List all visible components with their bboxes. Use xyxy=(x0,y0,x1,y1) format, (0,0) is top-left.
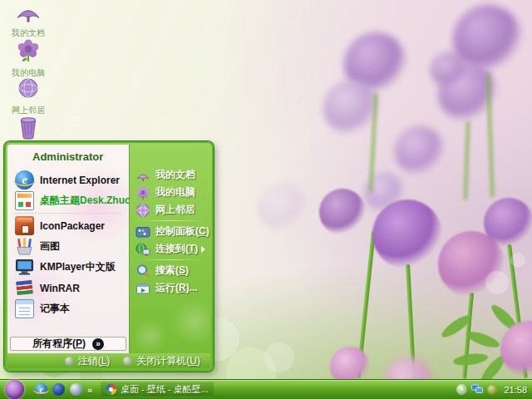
start-button[interactable] xyxy=(5,380,24,399)
menu-separator xyxy=(135,259,204,260)
my-documents-icon xyxy=(16,12,41,26)
quicklaunch-overflow-chevron[interactable]: » xyxy=(87,385,92,395)
desktop-icon-label: 我的文档 xyxy=(5,27,52,39)
start-menu: Administrator Internet Explorer 桌酷主题Desk… xyxy=(4,141,214,372)
log-off-label: 注销(L) xyxy=(78,354,111,368)
startmenu-item-run[interactable]: 运行(R)... xyxy=(130,279,210,297)
my-computer-icon xyxy=(135,185,150,200)
log-off-button[interactable]: 注销(L) xyxy=(65,354,111,368)
kmplayer-icon xyxy=(15,258,34,277)
zhuoku-pinwheel-icon xyxy=(106,384,116,395)
network-places-icon xyxy=(135,203,150,218)
quicklaunch-media-player-icon[interactable] xyxy=(52,383,65,396)
start-menu-left-column: Administrator Internet Explorer 桌酷主题Desk… xyxy=(7,145,129,353)
all-programs-label: 所有程序(P) xyxy=(32,337,86,351)
start-menu-right-column: 我的文档 我的电脑 网上邻居 控制面板(C) 连接到(T) xyxy=(129,145,210,353)
recycle-bin-icon xyxy=(17,128,39,142)
startmenu-item-internet-explorer[interactable]: Internet Explorer xyxy=(7,170,129,190)
leaf xyxy=(452,352,488,367)
run-icon xyxy=(135,281,150,296)
desktop: 我的文档 我的电脑 网上邻居 回收站 Administrator Interne… xyxy=(0,0,532,399)
connect-to-icon xyxy=(135,242,150,257)
item-label: 网上邻居 xyxy=(155,203,195,217)
item-label: 运行(R)... xyxy=(155,281,198,295)
leaf xyxy=(465,328,501,351)
network-places-icon xyxy=(17,89,40,103)
startmenu-item-notepad[interactable]: 记事本 xyxy=(7,298,129,319)
taskbar-task-button[interactable]: 桌面 - 壁纸 - 桌酷壁... xyxy=(100,382,214,397)
bokeh xyxy=(510,253,525,268)
zhuoku-theme-icon xyxy=(15,191,34,210)
item-label: 连接到(T) xyxy=(155,242,198,256)
item-label: IconPackager xyxy=(40,220,105,232)
flower-stem xyxy=(464,121,470,200)
item-label: 搜索(S) xyxy=(155,264,189,278)
startmenu-item-search[interactable]: 搜索(S) xyxy=(130,262,210,279)
paint-icon xyxy=(15,237,34,256)
search-icon xyxy=(135,264,150,278)
desktop-icon-my-documents[interactable]: 我的文档 xyxy=(5,2,52,39)
item-label: 我的电脑 xyxy=(155,185,195,200)
shut-down-label: 关闭计算机(U) xyxy=(136,354,200,368)
startmenu-item-kmplayer[interactable]: KMPlayer中文版 xyxy=(7,257,129,278)
desktop-icon-my-computer[interactable]: 我的电脑 xyxy=(5,38,52,79)
wallpaper-flower xyxy=(431,52,467,88)
quicklaunch-show-desktop-icon[interactable] xyxy=(70,383,82,396)
hide-tray-icons-button[interactable] xyxy=(456,384,467,395)
menu-separator xyxy=(135,220,204,221)
shut-down-icon xyxy=(123,357,132,366)
item-label: 记事本 xyxy=(40,302,70,316)
taskbar: » 桌面 - 壁纸 - 桌酷壁... 21:58 xyxy=(0,379,532,399)
startmenu-item-connect-to[interactable]: 连接到(T) xyxy=(130,240,210,258)
my-computer-icon xyxy=(16,52,41,66)
bokeh xyxy=(264,342,294,372)
tray-network-icon[interactable] xyxy=(471,382,483,397)
item-label: 控制面板(C) xyxy=(155,224,209,239)
wallpaper-flower xyxy=(395,126,445,176)
item-label: 桌酷主题Desk.ZhuoKu.Com xyxy=(40,194,129,208)
submenu-arrow-icon xyxy=(201,246,205,253)
pinned-separator xyxy=(14,213,122,214)
notepad-icon xyxy=(15,299,34,318)
item-label: WinRAR xyxy=(40,283,80,294)
startmenu-item-paint[interactable]: 画图 xyxy=(7,236,129,257)
task-button-label: 桌面 - 壁纸 - 桌酷壁... xyxy=(121,383,209,396)
iconpackager-icon xyxy=(15,216,34,235)
system-tray: 21:58 xyxy=(456,382,527,397)
item-label: 我的文档 xyxy=(155,168,195,182)
desktop-icon-network-places[interactable]: 网上邻居 xyxy=(5,77,52,116)
startmenu-item-control-panel[interactable]: 控制面板(C) xyxy=(130,223,210,240)
startmenu-item-iconpackager[interactable]: IconPackager xyxy=(7,215,129,236)
item-label: 画图 xyxy=(40,239,60,254)
item-label: Internet Explorer xyxy=(40,175,120,186)
winrar-icon xyxy=(15,278,34,298)
wallpaper-flower xyxy=(500,321,532,377)
bokeh xyxy=(485,271,509,294)
user-name: Administrator xyxy=(7,145,129,170)
startmenu-item-winrar[interactable]: WinRAR xyxy=(7,278,129,298)
taskbar-clock[interactable]: 21:58 xyxy=(504,385,527,395)
quick-launch: » xyxy=(35,383,92,396)
startmenu-item-my-computer[interactable]: 我的电脑 xyxy=(130,184,210,201)
start-menu-footer: 注销(L) 关闭计算机(U) xyxy=(7,353,210,368)
all-programs-arrow-icon: » xyxy=(92,338,104,350)
startmenu-item-my-documents[interactable]: 我的文档 xyxy=(130,166,210,184)
wallpaper-flower xyxy=(319,189,366,235)
wallpaper-flower xyxy=(372,200,442,269)
my-documents-icon xyxy=(135,168,150,183)
all-programs-button[interactable]: 所有程序(P) » xyxy=(10,337,126,351)
wallpaper-flower xyxy=(484,198,532,248)
startmenu-item-zhuoku-theme[interactable]: 桌酷主题Desk.ZhuoKu.Com xyxy=(7,190,129,211)
quicklaunch-internet-explorer-icon[interactable] xyxy=(35,383,47,396)
startmenu-item-network-places[interactable]: 网上邻居 xyxy=(130,201,210,219)
internet-explorer-icon xyxy=(15,170,34,190)
tray-input-method-icon[interactable] xyxy=(487,385,497,395)
shut-down-button[interactable]: 关闭计算机(U) xyxy=(123,354,200,368)
item-label: KMPlayer中文版 xyxy=(40,260,116,274)
log-off-icon xyxy=(65,357,74,366)
wallpaper-flower xyxy=(258,183,308,233)
control-panel-icon xyxy=(135,224,150,239)
